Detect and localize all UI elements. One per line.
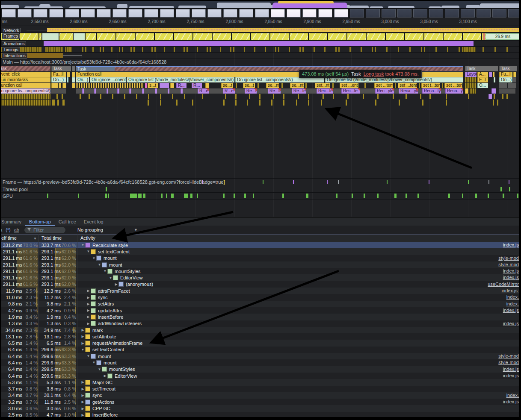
cpu-overview-strip[interactable] (1, 1, 519, 9)
flame-segment[interactable]: Task (465, 66, 498, 71)
flame-segment[interactable] (377, 94, 379, 99)
whole-word-icon[interactable]: ab (14, 227, 19, 232)
flame-segment[interactable] (184, 94, 185, 99)
flame-segment[interactable] (225, 94, 226, 99)
flame-segment[interactable] (148, 100, 149, 106)
table-row[interactable]: 291.1 ms61.6 %293.1 ms62.0 %▼mountstyle-… (1, 255, 519, 261)
flame-segment[interactable] (494, 77, 495, 82)
filmstrip-thumbnail[interactable] (192, 9, 206, 18)
source-link[interactable]: index.js (503, 367, 519, 372)
flame-segment[interactable]: Rec...le (317, 88, 333, 94)
flame-segment[interactable] (393, 94, 394, 99)
flame-segment[interactable] (72, 83, 75, 88)
flame-segment[interactable] (181, 88, 183, 94)
frames-track[interactable]: 26.9 ms Frames (1, 33, 519, 41)
flame-segment[interactable] (59, 83, 61, 88)
filmstrip-thumbnail[interactable] (49, 9, 63, 18)
flame-segment[interactable] (192, 100, 193, 106)
table-row[interactable]: 11.9 ms2.5 %12.3 ms2.6 %▶attrsFromFaceti… (1, 288, 519, 294)
flame-segment[interactable] (422, 100, 423, 106)
table-row[interactable]: 9.8 ms2.1 %9.8 ms2.1 %▶setAttrsindex. (1, 301, 519, 307)
flame-segment[interactable] (145, 83, 147, 88)
filmstrip-thumbnail[interactable] (128, 9, 142, 18)
flame-segment[interactable]: R...e (223, 88, 235, 94)
flame-segment[interactable] (420, 94, 421, 99)
timeline-overview[interactable] (1, 1, 519, 18)
flame-segment[interactable] (258, 83, 259, 88)
source-link[interactable]: style-mod (498, 353, 519, 358)
flame-segment[interactable]: Reca...tyle (422, 88, 441, 94)
flame-segment[interactable]: s...t (148, 83, 158, 88)
flame-segment[interactable] (56, 94, 58, 99)
flame-segment[interactable] (62, 83, 66, 88)
flame-segment[interactable] (298, 94, 299, 99)
flame-segment[interactable] (72, 72, 75, 77)
collapse-arrow-icon[interactable]: ▶ (80, 387, 85, 391)
source-link[interactable]: style-mod (498, 256, 519, 261)
table-row[interactable]: 1.9 ms0.4 %1.9 ms0.4 %▶insertBefore (1, 314, 519, 320)
filmstrip-thumbnail[interactable] (508, 9, 519, 18)
flame-segment[interactable]: se...nt (266, 83, 279, 88)
flame-segment[interactable] (205, 83, 209, 88)
table-row[interactable]: 3.2 ms0.7 %11.8 ms2.5 %▶getActionsindex.… (1, 399, 519, 405)
flame-segment[interactable] (235, 100, 237, 106)
filmstrip-thumbnail[interactable] (271, 9, 285, 18)
flame-segment[interactable] (107, 88, 108, 94)
flame-segment[interactable] (259, 94, 260, 99)
filmstrip-thumbnail[interactable] (397, 9, 411, 18)
source-link[interactable]: index.js: (502, 288, 519, 293)
flame-segment[interactable] (502, 94, 503, 99)
filmstrip-thumbnail[interactable] (144, 9, 158, 18)
collapse-arrow-icon[interactable]: ▶ (80, 335, 85, 338)
flame-segment[interactable]: On ignore list (\/node_modules\/|\/bower… (127, 77, 234, 82)
flame-segment[interactable] (364, 83, 366, 88)
flame-segment[interactable] (155, 88, 157, 94)
source-link[interactable]: style-mod (498, 262, 519, 267)
table-row[interactable]: 3.4 ms0.7 %30.1 ms6.4 %▶syncindex. (1, 392, 519, 399)
tab-event-log[interactable]: Event log (80, 217, 107, 226)
flame-segment[interactable]: F...l (477, 77, 488, 82)
expand-arrow-icon[interactable]: ▼ (92, 361, 96, 364)
filmstrip-thumbnail[interactable] (239, 9, 253, 18)
flame-segment[interactable]: On...) (76, 77, 89, 82)
column-header-total-time[interactable]: Total time (41, 235, 62, 241)
flame-segment[interactable] (273, 94, 274, 99)
filmstrip-thumbnail[interactable] (65, 9, 79, 18)
flame-segment[interactable]: set ...tent (444, 83, 462, 88)
flame-segment[interactable] (80, 94, 81, 99)
source-link[interactable]: useCodeMirror (488, 282, 519, 287)
table-row[interactable]: 3.7 ms0.8 %3.8 ms0.8 %▶setTimeout (1, 386, 519, 392)
flame-segment[interactable] (62, 94, 63, 99)
column-header-activity[interactable]: Activity (80, 235, 95, 241)
flame-segment[interactable] (271, 100, 272, 106)
grouping-select[interactable]: No grouping (77, 227, 103, 232)
flame-segment[interactable] (470, 88, 476, 94)
source-link[interactable]: index.js (503, 373, 519, 378)
flame-segment[interactable]: set t...tent (421, 83, 440, 88)
flame-segment[interactable] (446, 100, 447, 106)
collapse-arrow-icon[interactable]: ▶ (86, 308, 91, 312)
flame-segment[interactable]: Re...e (245, 88, 257, 94)
table-row[interactable]: 291.1 ms61.6 %293.1 ms62.0 %▼EditorViewi… (1, 274, 519, 281)
flame-segment[interactable] (488, 94, 492, 99)
flame-segment[interactable] (82, 88, 84, 94)
flame-segment[interactable] (465, 83, 476, 88)
flame-segment[interactable] (375, 100, 376, 106)
gpu-track[interactable]: GPU (1, 193, 519, 200)
flame-segment[interactable]: set ...ent (340, 83, 358, 88)
flame-segment[interactable]: Fu...ll (51, 72, 66, 77)
flame-segment[interactable] (247, 100, 248, 106)
flame-segment[interactable] (67, 77, 68, 82)
table-row[interactable]: 291.1 ms61.6 %293.1 ms62.0 %▶(anonymous)… (1, 281, 519, 288)
flame-segment[interactable] (499, 88, 515, 94)
animations-track[interactable]: Animations (1, 41, 519, 47)
flame-segment[interactable] (160, 94, 161, 99)
collapse-arrow-icon[interactable]: ▶ (80, 400, 85, 404)
flame-segment[interactable] (283, 94, 284, 99)
flame-segment[interactable]: Rec...le (341, 88, 360, 94)
regex-icon[interactable]: (*) (6, 227, 11, 232)
table-row[interactable]: 291.1 ms61.6 %293.1 ms62.0 %▼set textCon… (1, 248, 519, 255)
flame-segment[interactable] (170, 83, 174, 88)
flame-segment[interactable]: R...e (198, 88, 209, 94)
flame-segment[interactable] (249, 94, 250, 99)
